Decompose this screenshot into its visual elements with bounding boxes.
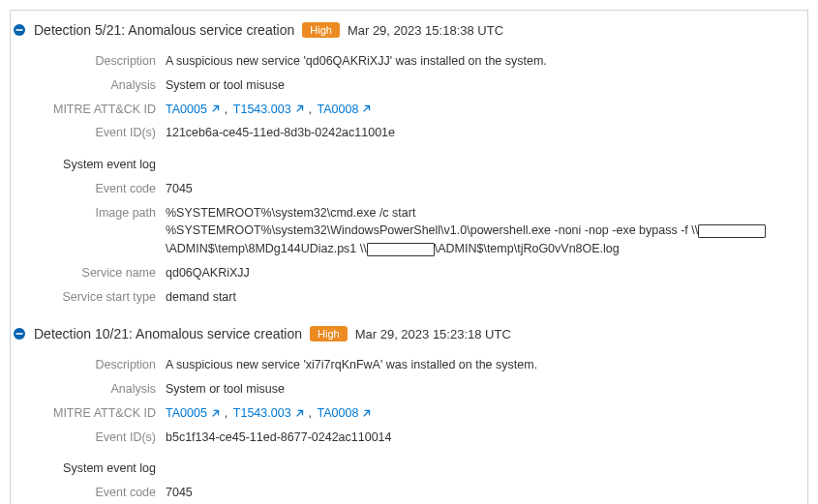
field-label: Description — [11, 356, 166, 374]
section-label: System event log — [11, 156, 166, 174]
image-path-text: %SYSTEMROOT%\system32\cmd.exe /c start %… — [166, 206, 698, 238]
mitre-link[interactable]: T1543.003 — [233, 101, 305, 119]
separator: , — [309, 406, 312, 420]
field-label: Analysis — [11, 76, 166, 95]
detection-fields: Description A suspicious new service 'xi… — [11, 345, 796, 504]
external-link-icon — [294, 104, 305, 114]
mitre-link[interactable]: TA0005 — [166, 101, 221, 119]
field-label: Event code — [11, 484, 166, 502]
detection-timestamp: Mar 29, 2023 15:18:38 UTC — [348, 23, 503, 38]
severity-badge: High — [310, 326, 348, 341]
section-label: System event log — [11, 460, 166, 478]
redacted-box — [698, 224, 766, 238]
field-label: MITRE ATT&CK ID — [11, 404, 166, 423]
field-service-name: Service name qd06QAKRiXJJ — [11, 261, 796, 285]
field-description: Description A suspicious new service 'xi… — [11, 353, 796, 377]
detection-fields: Description A suspicious new service 'qd… — [11, 42, 796, 318]
field-label: Image path — [11, 204, 166, 222]
redacted-box — [367, 243, 435, 256]
mitre-link[interactable]: T1543.003 — [233, 404, 305, 423]
field-value: System or tool misuse — [166, 76, 796, 95]
external-link-icon — [361, 104, 372, 114]
detection-block: Detection 5/21: Anomalous service creati… — [11, 18, 796, 318]
field-label: Event ID(s) — [11, 429, 166, 447]
mitre-link[interactable]: TA0008 — [318, 404, 373, 423]
image-path-text: \ADMIN$\temp\8MDg144UDiaz.ps1 \\ — [166, 242, 367, 255]
svg-rect-3 — [16, 333, 23, 335]
external-link-icon — [294, 408, 305, 419]
separator: , — [225, 103, 227, 116]
field-event-ids: Event ID(s) 121ceb6a-ce45-11ed-8d3b-0242… — [11, 121, 796, 145]
field-image-path: Image path %SYSTEMROOT%\system32\cmd.exe… — [11, 201, 796, 261]
detection-title: Detection 10/21: Anomalous service creat… — [34, 326, 302, 341]
field-value: qd06QAKRiXJJ — [166, 264, 796, 282]
field-value: b5c1f134-ce45-11ed-8677-0242ac110014 — [166, 429, 796, 447]
detection-timestamp: Mar 29, 2023 15:23:18 UTC — [355, 327, 511, 341]
field-value: A suspicious new service 'xi7i7rqKnFwA' … — [166, 356, 796, 374]
separator: , — [309, 103, 312, 116]
detection-header: Detection 10/21: Anomalous service creat… — [11, 322, 796, 345]
field-mitre: MITRE ATT&CK ID TA0005, T1543.003, TA000… — [11, 401, 796, 426]
detection-block: Detection 10/21: Anomalous service creat… — [11, 322, 796, 504]
field-event-code: Event code 7045 — [11, 481, 796, 504]
severity-badge: High — [302, 22, 340, 38]
field-label: Description — [11, 52, 166, 71]
field-label: MITRE ATT&CK ID — [11, 101, 166, 119]
external-link-icon — [210, 104, 221, 114]
field-label: Service start type — [11, 288, 166, 307]
field-analysis: Analysis System or tool misuse — [11, 377, 796, 401]
field-value: TA0005, T1543.003, TA0008 — [166, 101, 796, 119]
field-label: Service name — [11, 264, 166, 282]
svg-rect-1 — [16, 29, 23, 31]
field-value: %SYSTEMROOT%\system32\cmd.exe /c start %… — [166, 204, 796, 258]
field-section-syslog: System event log — [11, 153, 796, 177]
field-service-start: Service start type demand start — [11, 285, 796, 310]
field-value: 7045 — [166, 484, 796, 502]
image-path-text: \ADMIN$\temp\tjRoG0vVn8OE.log — [435, 242, 620, 255]
field-mitre: MITRE ATT&CK ID TA0005, T1543.003, TA000… — [11, 98, 796, 122]
field-label: Event ID(s) — [11, 124, 166, 142]
field-value: System or tool misuse — [166, 380, 796, 399]
external-link-icon — [210, 408, 221, 419]
collapse-icon[interactable] — [13, 23, 26, 37]
collapse-icon[interactable] — [13, 327, 26, 341]
field-label: Event code — [11, 180, 166, 198]
separator: , — [225, 406, 227, 420]
field-value: demand start — [166, 288, 796, 307]
detection-title: Detection 5/21: Anomalous service creati… — [34, 22, 294, 38]
field-analysis: Analysis System or tool misuse — [11, 74, 796, 98]
field-value: 7045 — [166, 180, 796, 198]
mitre-link[interactable]: TA0008 — [318, 101, 373, 119]
field-event-code: Event code 7045 — [11, 177, 796, 201]
field-value: TA0005, T1543.003, TA0008 — [166, 404, 796, 423]
field-label: Analysis — [11, 380, 166, 399]
external-link-icon — [361, 408, 372, 419]
detections-panel: Detection 5/21: Anomalous service creati… — [10, 10, 808, 504]
mitre-link[interactable]: TA0005 — [166, 404, 221, 423]
field-section-syslog: System event log — [11, 457, 796, 481]
field-event-ids: Event ID(s) b5c1f134-ce45-11ed-8677-0242… — [11, 426, 796, 450]
detection-header: Detection 5/21: Anomalous service creati… — [11, 18, 796, 42]
field-value: A suspicious new service 'qd06QAKRiXJJ' … — [166, 52, 796, 71]
field-description: Description A suspicious new service 'qd… — [11, 49, 796, 74]
field-value: 121ceb6a-ce45-11ed-8d3b-0242ac11001e — [166, 124, 796, 142]
